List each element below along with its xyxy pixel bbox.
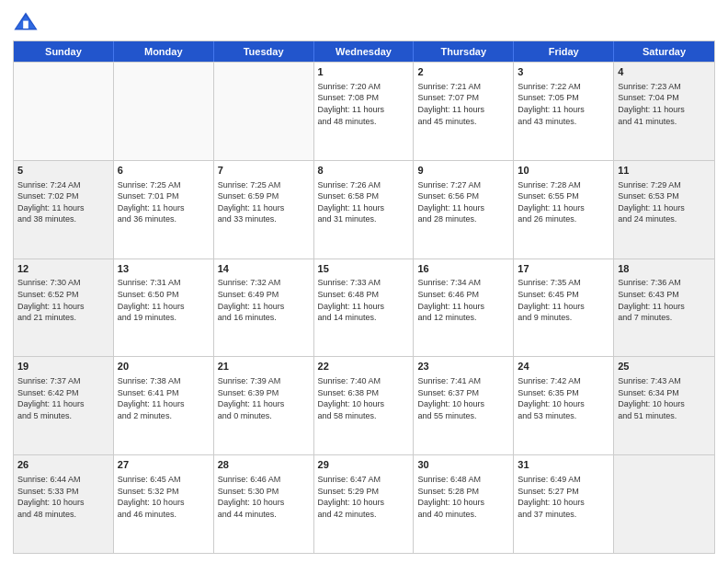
day-number: 31 [518, 458, 609, 472]
day-cell: 16Sunrise: 7:34 AM Sunset: 6:46 PM Dayli… [414, 259, 514, 357]
day-info: Sunrise: 7:38 AM Sunset: 6:41 PM Dayligh… [118, 375, 210, 421]
day-cell: 4Sunrise: 7:23 AM Sunset: 7:04 PM Daylig… [614, 63, 714, 160]
day-cell: 7Sunrise: 7:25 AM Sunset: 6:59 PM Daylig… [214, 161, 314, 259]
svg-rect-2 [23, 21, 28, 29]
day-number: 11 [618, 164, 711, 178]
day-cell [214, 63, 314, 160]
day-cell: 24Sunrise: 7:42 AM Sunset: 6:35 PM Dayli… [514, 357, 614, 454]
day-info: Sunrise: 7:37 AM Sunset: 6:42 PM Dayligh… [17, 375, 109, 421]
day-number: 26 [17, 458, 109, 472]
day-number: 23 [417, 360, 509, 373]
day-number: 25 [618, 360, 711, 373]
day-number: 17 [518, 262, 609, 276]
page: SundayMondayTuesdayWednesdayThursdayFrid… [0, 0, 728, 563]
day-info: Sunrise: 7:22 AM Sunset: 7:05 PM Dayligh… [518, 81, 609, 127]
day-cell: 17Sunrise: 7:35 AM Sunset: 6:45 PM Dayli… [514, 259, 614, 357]
top-section [13, 9, 715, 35]
day-cell: 20Sunrise: 7:38 AM Sunset: 6:41 PM Dayli… [114, 357, 214, 454]
day-info: Sunrise: 6:49 AM Sunset: 5:27 PM Dayligh… [518, 474, 609, 520]
day-info: Sunrise: 7:26 AM Sunset: 6:58 PM Dayligh… [318, 179, 410, 225]
day-number: 22 [318, 360, 410, 373]
day-cell: 14Sunrise: 7:32 AM Sunset: 6:49 PM Dayli… [214, 259, 314, 357]
day-header-saturday: Saturday [614, 41, 714, 62]
day-number: 4 [618, 65, 711, 79]
day-number: 24 [518, 360, 609, 373]
day-cell: 8Sunrise: 7:26 AM Sunset: 6:58 PM Daylig… [314, 161, 415, 259]
day-info: Sunrise: 6:44 AM Sunset: 5:33 PM Dayligh… [17, 474, 109, 520]
day-number: 8 [318, 164, 410, 178]
day-header-wednesday: Wednesday [314, 41, 415, 62]
day-cell: 3Sunrise: 7:22 AM Sunset: 7:05 PM Daylig… [514, 63, 614, 160]
day-info: Sunrise: 7:43 AM Sunset: 6:34 PM Dayligh… [618, 375, 711, 421]
day-cell: 2Sunrise: 7:21 AM Sunset: 7:07 PM Daylig… [414, 63, 514, 160]
day-number: 29 [318, 458, 410, 472]
day-info: Sunrise: 7:35 AM Sunset: 6:45 PM Dayligh… [518, 277, 609, 323]
day-cell: 29Sunrise: 6:47 AM Sunset: 5:29 PM Dayli… [314, 455, 415, 553]
day-cell: 27Sunrise: 6:45 AM Sunset: 5:32 PM Dayli… [114, 455, 214, 553]
day-number: 14 [218, 262, 310, 276]
day-cell: 31Sunrise: 6:49 AM Sunset: 5:27 PM Dayli… [514, 455, 614, 553]
day-number: 9 [417, 164, 509, 178]
day-number: 3 [518, 65, 609, 79]
week-row-1: 1Sunrise: 7:20 AM Sunset: 7:08 PM Daylig… [14, 62, 714, 160]
day-cell: 26Sunrise: 6:44 AM Sunset: 5:33 PM Dayli… [14, 455, 114, 553]
day-cell: 6Sunrise: 7:25 AM Sunset: 7:01 PM Daylig… [114, 161, 214, 259]
day-info: Sunrise: 7:41 AM Sunset: 6:37 PM Dayligh… [417, 375, 509, 421]
day-info: Sunrise: 6:47 AM Sunset: 5:29 PM Dayligh… [318, 474, 410, 520]
day-cell: 22Sunrise: 7:40 AM Sunset: 6:38 PM Dayli… [314, 357, 415, 454]
day-info: Sunrise: 7:27 AM Sunset: 6:56 PM Dayligh… [417, 179, 509, 225]
day-info: Sunrise: 7:24 AM Sunset: 7:02 PM Dayligh… [17, 179, 109, 225]
day-cell [14, 63, 114, 160]
week-row-4: 19Sunrise: 7:37 AM Sunset: 6:42 PM Dayli… [14, 356, 714, 454]
day-cell: 11Sunrise: 7:29 AM Sunset: 6:53 PM Dayli… [614, 161, 714, 259]
day-cell: 25Sunrise: 7:43 AM Sunset: 6:34 PM Dayli… [614, 357, 714, 454]
day-info: Sunrise: 7:25 AM Sunset: 6:59 PM Dayligh… [218, 179, 310, 225]
day-number: 1 [318, 65, 410, 79]
day-info: Sunrise: 7:30 AM Sunset: 6:52 PM Dayligh… [17, 277, 109, 323]
day-info: Sunrise: 7:34 AM Sunset: 6:46 PM Dayligh… [417, 277, 509, 323]
logo [13, 9, 42, 35]
week-row-3: 12Sunrise: 7:30 AM Sunset: 6:52 PM Dayli… [14, 259, 714, 357]
day-cell: 15Sunrise: 7:33 AM Sunset: 6:48 PM Dayli… [314, 259, 415, 357]
day-info: Sunrise: 7:23 AM Sunset: 7:04 PM Dayligh… [618, 81, 711, 127]
day-number: 28 [218, 458, 310, 472]
day-number: 6 [118, 164, 210, 178]
day-info: Sunrise: 7:42 AM Sunset: 6:35 PM Dayligh… [518, 375, 609, 421]
day-cell: 13Sunrise: 7:31 AM Sunset: 6:50 PM Dayli… [114, 259, 214, 357]
week-row-2: 5Sunrise: 7:24 AM Sunset: 7:02 PM Daylig… [14, 160, 714, 259]
day-cell: 5Sunrise: 7:24 AM Sunset: 7:02 PM Daylig… [14, 161, 114, 259]
day-number: 10 [518, 164, 609, 178]
day-info: Sunrise: 7:29 AM Sunset: 6:53 PM Dayligh… [618, 179, 711, 225]
day-number: 30 [417, 458, 509, 472]
day-cell: 23Sunrise: 7:41 AM Sunset: 6:37 PM Dayli… [414, 357, 514, 454]
day-number: 7 [218, 164, 310, 178]
day-info: Sunrise: 7:21 AM Sunset: 7:07 PM Dayligh… [417, 81, 509, 127]
day-number: 27 [118, 458, 210, 472]
day-number: 19 [17, 360, 109, 373]
day-header-sunday: Sunday [14, 41, 114, 62]
day-info: Sunrise: 7:39 AM Sunset: 6:39 PM Dayligh… [218, 375, 310, 421]
week-row-5: 26Sunrise: 6:44 AM Sunset: 5:33 PM Dayli… [14, 454, 714, 553]
day-info: Sunrise: 6:45 AM Sunset: 5:32 PM Dayligh… [118, 474, 210, 520]
day-cell [614, 455, 714, 553]
calendar-header: SundayMondayTuesdayWednesdayThursdayFrid… [14, 41, 714, 62]
day-info: Sunrise: 7:25 AM Sunset: 7:01 PM Dayligh… [118, 179, 210, 225]
day-number: 16 [417, 262, 509, 276]
day-cell: 10Sunrise: 7:28 AM Sunset: 6:55 PM Dayli… [514, 161, 614, 259]
logo-icon [13, 9, 39, 35]
day-cell: 9Sunrise: 7:27 AM Sunset: 6:56 PM Daylig… [414, 161, 514, 259]
day-number: 5 [17, 164, 109, 178]
day-info: Sunrise: 7:36 AM Sunset: 6:43 PM Dayligh… [618, 277, 711, 323]
day-header-friday: Friday [514, 41, 614, 62]
day-cell: 18Sunrise: 7:36 AM Sunset: 6:43 PM Dayli… [614, 259, 714, 357]
day-cell: 30Sunrise: 6:48 AM Sunset: 5:28 PM Dayli… [414, 455, 514, 553]
calendar: SundayMondayTuesdayWednesdayThursdayFrid… [13, 40, 715, 554]
day-info: Sunrise: 7:20 AM Sunset: 7:08 PM Dayligh… [318, 81, 410, 127]
day-cell: 19Sunrise: 7:37 AM Sunset: 6:42 PM Dayli… [14, 357, 114, 454]
day-info: Sunrise: 7:28 AM Sunset: 6:55 PM Dayligh… [518, 179, 609, 225]
day-cell: 21Sunrise: 7:39 AM Sunset: 6:39 PM Dayli… [214, 357, 314, 454]
day-info: Sunrise: 6:48 AM Sunset: 5:28 PM Dayligh… [417, 474, 509, 520]
day-number: 18 [618, 262, 711, 276]
day-cell: 12Sunrise: 7:30 AM Sunset: 6:52 PM Dayli… [14, 259, 114, 357]
day-header-thursday: Thursday [414, 41, 514, 62]
